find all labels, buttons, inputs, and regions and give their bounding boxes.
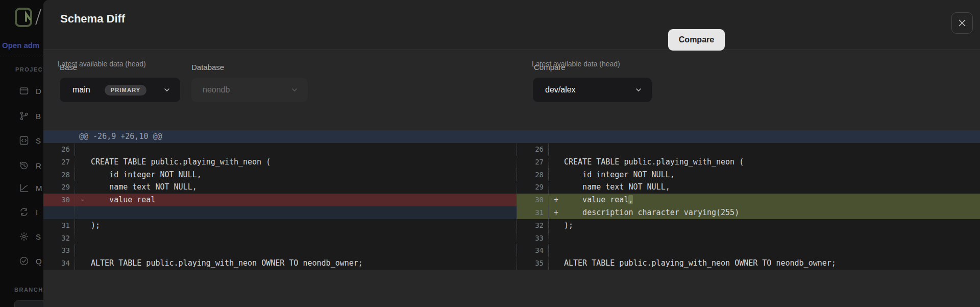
integrations-icon [19, 207, 29, 217]
line-number: 34 [43, 257, 75, 270]
chevron-down-icon [290, 86, 299, 94]
compare-hint: Latest available data (head) [532, 60, 620, 68]
code-line [75, 143, 517, 156]
line-number: 34 [517, 244, 549, 257]
code-line: CREATE TABLE public.playing_with_neon ( [549, 156, 980, 169]
hunk-header: @@ -26,9 +26,10 @@ [43, 130, 980, 143]
diff-left-context: 29 name text NOT NULL, [43, 181, 517, 194]
sidebar-item-branches[interactable]: B [19, 110, 41, 122]
sidebar-item-label: S [36, 136, 41, 145]
compare-button[interactable]: Compare [668, 29, 725, 51]
sidebar-item-dashboard[interactable]: D [19, 85, 41, 97]
branch-section-label: BRANCH [14, 287, 43, 293]
screen: Open adm PROJECT DBSRMISQ BRANCH Schema … [0, 0, 980, 307]
sidebar-item-label: D [36, 87, 41, 96]
sidebar-item-label: I [36, 208, 38, 217]
code-line: ALTER TABLE public.playing_with_neon OWN… [549, 257, 980, 270]
diff-right-added: 31+ description character varying(255) [517, 206, 980, 219]
line-number: 28 [43, 169, 75, 181]
close-icon [958, 18, 967, 28]
compare-branch-select[interactable]: dev/alex [533, 78, 652, 102]
diff-right-context: 26 [517, 143, 980, 156]
sidebar-item-label: B [36, 112, 41, 121]
diff-left-context: 27CREATE TABLE public.playing_with_neon … [43, 156, 517, 169]
line-number: 29 [43, 181, 75, 194]
diff-left-context: 28 id integer NOT NULL, [43, 169, 517, 181]
code-line: CREATE TABLE public.playing_with_neon ( [75, 156, 517, 169]
line-number: 29 [517, 181, 549, 194]
breadcrumb-slash [35, 9, 41, 25]
line-number: 35 [517, 257, 549, 270]
diff-row: 28 id integer NOT NULL,28 id integer NOT… [43, 169, 980, 181]
diff-row: 3233 [43, 232, 980, 245]
diff-row: 30- value real30+ value real, [43, 194, 980, 206]
diff-left-context: 33 [43, 244, 517, 257]
diff-right-context: 28 id integer NOT NULL, [517, 169, 980, 181]
sidebar-item-quickstart[interactable]: Q [19, 255, 42, 267]
sidebar-item-sql-editor[interactable]: S [19, 135, 41, 146]
diff-right-context: 34 [517, 244, 980, 257]
restore-icon [19, 160, 29, 171]
diff-row: 31+ description character varying(255) [43, 206, 980, 219]
branch-selector[interactable] [14, 300, 43, 307]
line-number: 26 [517, 143, 549, 156]
code-line [75, 244, 517, 257]
line-number: 32 [517, 219, 549, 232]
project-section-label: PROJECT [15, 66, 43, 73]
base-branch-select[interactable]: main PRIMARY [60, 78, 180, 102]
dashboard-icon [19, 86, 29, 96]
code-line: name text NOT NULL, [75, 181, 517, 194]
sidebar-item-monitoring[interactable]: M [19, 182, 42, 194]
diff-left-filler [43, 206, 517, 219]
line-number: 31 [43, 219, 75, 232]
line-number [43, 206, 75, 219]
code-line [549, 244, 980, 257]
diff-left-context: 34ALTER TABLE public.playing_with_neon O… [43, 257, 517, 270]
code-line: ALTER TABLE public.playing_with_neon OWN… [75, 257, 517, 270]
sidebar-item-label: S [36, 232, 41, 241]
diff-marker: - [80, 194, 85, 206]
line-number: 30 [43, 194, 75, 206]
code-line [549, 232, 980, 245]
settings-icon [19, 231, 29, 242]
diff-left-context: 26 [43, 143, 517, 156]
open-admin-link[interactable]: Open adm [2, 41, 39, 50]
chevron-down-icon [634, 86, 643, 94]
diff-row: 2626 [43, 143, 980, 156]
close-button[interactable] [951, 12, 973, 34]
base-hint: Latest available data (head) [58, 60, 146, 68]
sidebar-item-settings[interactable]: S [19, 231, 41, 242]
code-line: + value real, [549, 194, 980, 206]
diff-row: 29 name text NOT NULL,29 name text NOT N… [43, 181, 980, 194]
compare-branch-value: dev/alex [545, 85, 576, 95]
sidebar-item-integrations[interactable]: I [19, 206, 38, 218]
diff-row: 34ALTER TABLE public.playing_with_neon O… [43, 257, 980, 270]
branches-icon [19, 111, 29, 121]
code-line: id integer NOT NULL, [549, 169, 980, 181]
sidebar-item-restore[interactable]: R [19, 160, 41, 171]
sidebar-item-label: Q [36, 257, 42, 266]
diff-row: 31);32); [43, 219, 980, 232]
code-line [75, 232, 517, 245]
diff-marker: + [554, 194, 558, 206]
schema-diff-view[interactable]: @@ -26,9 +26,10 @@ 262627CREATE TABLE pu… [43, 130, 980, 270]
database-label: Database [191, 63, 224, 72]
diff-marker: + [554, 206, 558, 219]
diff-left-removed: 30- value real [43, 194, 517, 206]
primary-badge: PRIMARY [105, 85, 147, 96]
schema-diff-modal: Schema Diff Base Database Compare main P… [43, 0, 980, 307]
line-number: 32 [43, 232, 75, 245]
database-select: neondb [191, 78, 308, 102]
diff-right-context: 32); [517, 219, 980, 232]
line-number: 28 [517, 169, 549, 181]
base-branch-value: main [72, 85, 90, 95]
line-number: 26 [43, 143, 75, 156]
code-line: id integer NOT NULL, [75, 169, 517, 181]
line-number: 27 [43, 156, 75, 169]
line-number: 30 [517, 194, 549, 206]
line-number: 33 [43, 244, 75, 257]
quickstart-icon [19, 256, 29, 266]
diff-right-added: 30+ value real, [517, 194, 980, 206]
diff-left-context: 32 [43, 232, 517, 245]
modal-header: Schema Diff [43, 0, 980, 50]
